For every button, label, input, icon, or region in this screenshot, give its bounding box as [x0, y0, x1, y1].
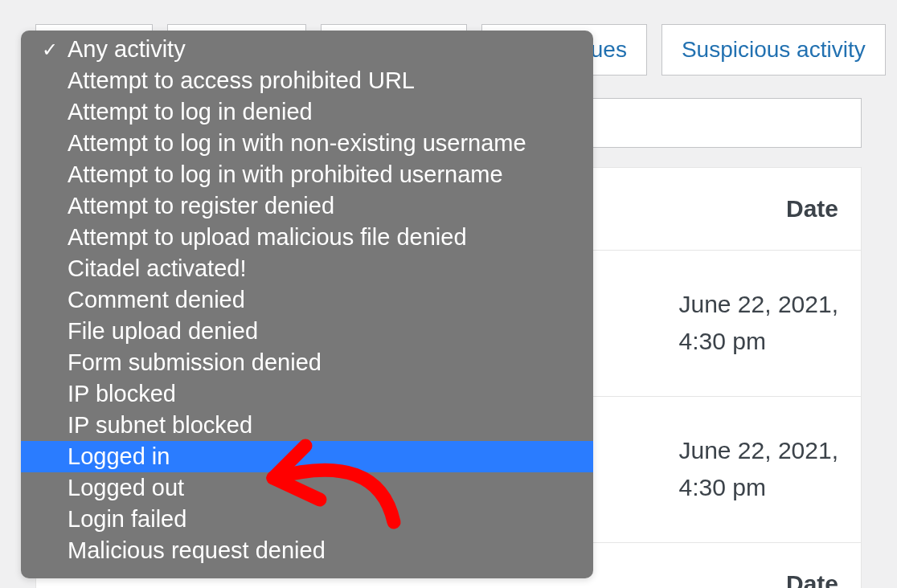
- dropdown-option-label: Attempt to register denied: [68, 193, 334, 219]
- dropdown-option[interactable]: Comment denied: [21, 284, 593, 316]
- dropdown-option-label: Any activity: [68, 36, 186, 63]
- dropdown-option[interactable]: Malicious request denied: [21, 535, 593, 566]
- dropdown-option-label: File upload denied: [68, 318, 258, 345]
- dropdown-option[interactable]: Logged in: [21, 441, 593, 472]
- dropdown-option[interactable]: Attempt to log in with prohibited userna…: [21, 159, 593, 190]
- date-line: June 22, 2021,: [678, 437, 838, 463]
- dropdown-option-label: Attempt to access prohibited URL: [68, 67, 415, 94]
- column-header-date: Date: [786, 195, 838, 223]
- dropdown-option[interactable]: Attempt to register denied: [21, 190, 593, 222]
- check-icon: ✓: [42, 39, 58, 61]
- date-cell: June 22, 2021, 4:30 pm: [678, 432, 838, 507]
- dropdown-option[interactable]: Login failed: [21, 504, 593, 535]
- tab-suspicious-activity[interactable]: Suspicious activity: [661, 24, 886, 76]
- dropdown-option[interactable]: Attempt to access prohibited URL: [21, 65, 593, 96]
- dropdown-option-label: Malicious request denied: [68, 537, 326, 564]
- date-line: 4:30 pm: [678, 474, 765, 500]
- dropdown-option-label: Attempt to log in with non-existing user…: [68, 130, 526, 157]
- dropdown-option[interactable]: Attempt to log in with non-existing user…: [21, 128, 593, 159]
- dropdown-option-label: IP blocked: [68, 381, 176, 407]
- dropdown-option[interactable]: IP subnet blocked: [21, 410, 593, 441]
- dropdown-option-label: Comment denied: [68, 287, 245, 313]
- dropdown-option-label: Logged out: [68, 475, 184, 501]
- column-header-date: Date: [786, 570, 838, 588]
- dropdown-option[interactable]: Logged out: [21, 472, 593, 504]
- dropdown-option[interactable]: IP blocked: [21, 378, 593, 410]
- dropdown-option[interactable]: Citadel activated!: [21, 253, 593, 284]
- date-line: 4:30 pm: [678, 328, 765, 354]
- dropdown-option-label: Attempt to log in with prohibited userna…: [68, 161, 503, 188]
- dropdown-option[interactable]: Attempt to log in denied: [21, 96, 593, 128]
- dropdown-option[interactable]: File upload denied: [21, 316, 593, 347]
- dropdown-option-label: Attempt to upload malicious file denied: [68, 224, 467, 251]
- dropdown-option-label: Form submission denied: [68, 349, 322, 376]
- dropdown-option-label: Attempt to log in denied: [68, 99, 313, 125]
- dropdown-option[interactable]: Form submission denied: [21, 347, 593, 378]
- date-cell: June 22, 2021, 4:30 pm: [678, 286, 838, 361]
- dropdown-option[interactable]: ✓Any activity: [21, 34, 593, 65]
- dropdown-option-label: Login failed: [68, 506, 186, 533]
- date-line: June 22, 2021,: [678, 291, 838, 317]
- dropdown-option-label: IP subnet blocked: [68, 412, 252, 439]
- activity-filter-dropdown[interactable]: ✓Any activityAttempt to access prohibite…: [21, 31, 593, 578]
- dropdown-option-label: Citadel activated!: [68, 255, 246, 282]
- dropdown-option-label: Logged in: [68, 443, 170, 470]
- dropdown-option[interactable]: Attempt to upload malicious file denied: [21, 222, 593, 253]
